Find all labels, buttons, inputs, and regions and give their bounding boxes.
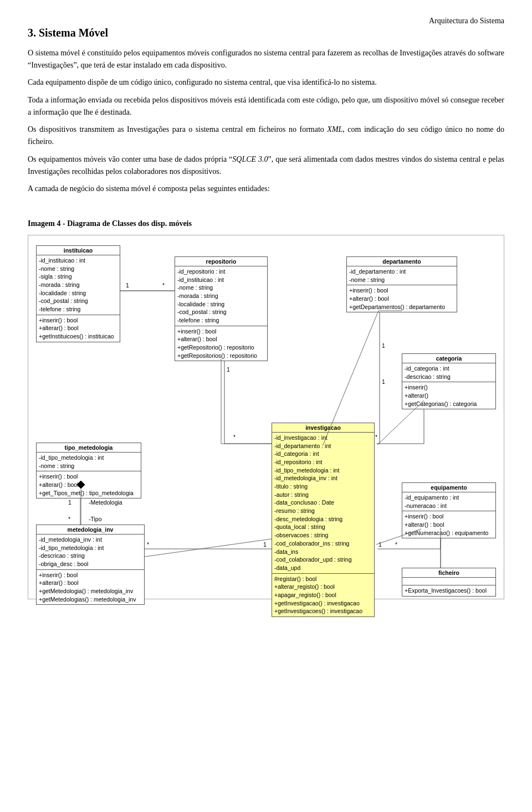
uml-box-ficheiro: ficheiro +Exporta_Investigacoes() : bool — [402, 568, 496, 597]
svg-marker-12 — [77, 481, 85, 489]
label-star-repo-inv: * — [233, 434, 236, 440]
paragraph-6: A camada de negócio do sistema móvel é c… — [28, 183, 504, 195]
uml-box-repositorio: repositorio -id_repositorio : int -id_in… — [175, 256, 268, 362]
paragraph-4: Os dispositivos transmitem as Investigaç… — [28, 124, 504, 147]
label-met-star: * — [147, 541, 149, 548]
label-tipo-1: 1 — [68, 499, 71, 506]
label-rep-1-down: 1 — [227, 366, 230, 373]
label-inst-rep-star: * — [162, 282, 165, 289]
paragraph-5: Os equipamentos móveis vão conter uma ba… — [28, 153, 504, 177]
label-equip-1: 1 — [378, 541, 382, 548]
diamond-icon — [77, 481, 85, 489]
svg-line-20 — [145, 539, 272, 557]
uml-box-categoria: categoria -id_categoria : int -descricao… — [402, 353, 496, 409]
paragraph-3: Toda a informação enviada ou recebida pe… — [28, 94, 504, 118]
diagram-wrapper: instituicao -id_instituicao : int -nome … — [28, 235, 504, 599]
label-inst-rep-1: 1 — [126, 282, 129, 289]
uml-box-instituicao: instituicao -id_instituicao : int -nome … — [36, 245, 120, 342]
image-caption: Imagem 4 - Diagrama de Classes dos disp.… — [28, 219, 504, 228]
diagram-inner: instituicao -id_instituicao : int -nome … — [36, 245, 502, 589]
paragraph-2: Cada equipamento dispõe de um código úni… — [28, 76, 504, 89]
uml-box-departamento: departamento -id_departamento : int -nom… — [346, 256, 457, 312]
label-tipo-star: * — [68, 516, 70, 522]
label-cat-1: 1 — [382, 378, 385, 385]
label-tipo-text: -Tipo — [89, 516, 102, 522]
label-equip-star: * — [395, 541, 397, 548]
section-title: 3. Sistema Móvel — [28, 27, 504, 39]
label-star-cat-inv: * — [375, 434, 377, 440]
label-dep-1: 1 — [382, 342, 385, 349]
header-right-title: Arquitectura do Sistema — [28, 17, 504, 25]
paragraph-1: O sistema móvel é constituído pelos equi… — [28, 47, 504, 71]
label-met-1: 1 — [263, 541, 267, 548]
uml-box-investigacao: investigacao -id_investigacao : int -id_… — [272, 423, 375, 617]
uml-box-equipamento: equipamento -id_equipamento : int -numer… — [402, 482, 496, 538]
uml-box-metedologia-inv: metedologia_inv -id_metedologia_inv : in… — [36, 525, 145, 605]
uml-box-tipo-metedologia: tipo_metedologia -id_tipo_metedologia : … — [36, 443, 141, 498]
label-metedologia-text: -Metedologia — [89, 499, 122, 506]
